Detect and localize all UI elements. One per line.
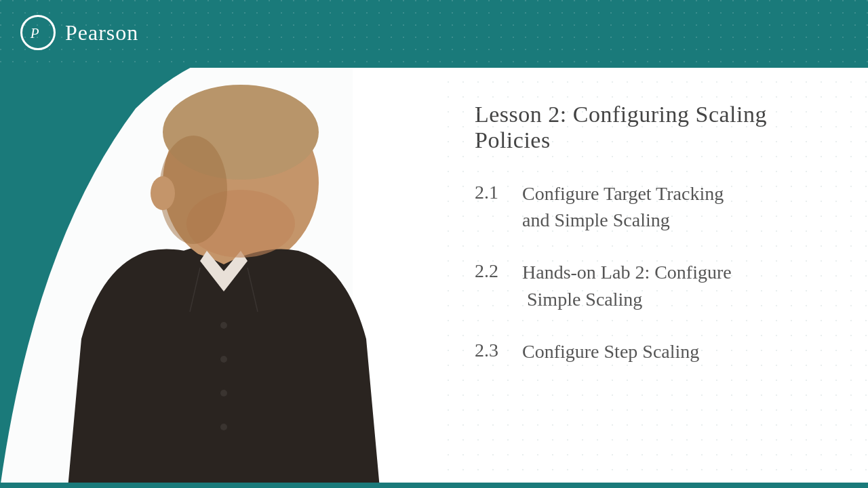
item-text-2: Hands-on Lab 2: Configure Simple Scaling — [522, 259, 732, 312]
svg-point-9 — [220, 356, 227, 363]
logo-text: Pearson — [65, 20, 138, 45]
list-item: 2.3 Configure Step Scaling — [475, 338, 841, 365]
item-text-3: Configure Step Scaling — [522, 338, 699, 365]
presenter-video — [0, 0, 448, 488]
content-area: Lesson 2: Configuring Scaling Policies 2… — [434, 68, 868, 488]
item-number-3: 2.3 — [475, 338, 522, 361]
presenter-silhouette — [0, 0, 448, 488]
logo-area: P Pearson — [20, 15, 138, 50]
item-text-1: Configure Target Trackingand Simple Scal… — [522, 180, 724, 233]
svg-point-11 — [220, 424, 227, 430]
pearson-logo-circle: P — [20, 15, 56, 50]
lesson-items-list: 2.1 Configure Target Trackingand Simple … — [475, 180, 841, 365]
bottom-strip — [0, 483, 868, 488]
list-item: 2.2 Hands-on Lab 2: Configure Simple Sca… — [475, 259, 841, 312]
lesson-title: Lesson 2: Configuring Scaling Policies — [475, 102, 841, 153]
item-number-2: 2.2 — [475, 259, 522, 282]
svg-point-7 — [151, 176, 175, 210]
list-item: 2.1 Configure Target Trackingand Simple … — [475, 180, 841, 233]
svg-point-8 — [220, 322, 227, 329]
svg-text:P: P — [30, 25, 39, 41]
svg-point-10 — [220, 390, 227, 396]
item-number-1: 2.1 — [475, 180, 522, 203]
pearson-logo-icon: P — [28, 22, 48, 43]
